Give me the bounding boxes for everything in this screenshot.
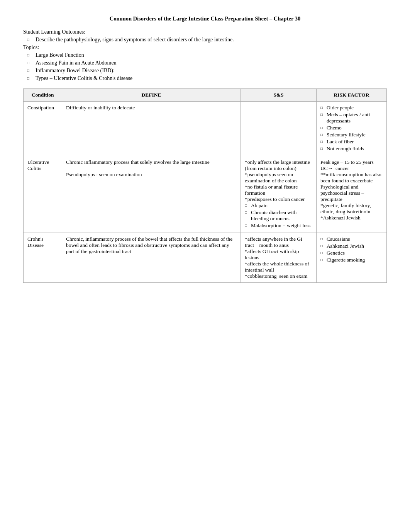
risk-constipation-2: □ Meds – opiates / anti-depressants: [320, 112, 383, 124]
define-crohns: Chronic, inflammatory process of the bow…: [62, 233, 241, 283]
student-outcome-item: □ Describe the pathophysiology, signs an…: [27, 37, 387, 43]
bullet-icon-4: □: [27, 76, 34, 80]
student-outcome-text: Describe the pathophysiology, signs and …: [36, 37, 234, 43]
col-define: DEFINE: [62, 89, 241, 102]
bullet-icon-3: □: [27, 68, 34, 73]
col-sns: S&S: [241, 89, 316, 102]
topic-text-2: Assessing Pain in an Acute Abdomen: [36, 60, 117, 66]
topic-item-1: □ Large Bowel Function: [27, 52, 387, 58]
risk-constipation-6: □ Not enough fluids: [320, 146, 383, 152]
topic-text-3: Inflammatory Bowel Disease (IBD):: [36, 68, 115, 74]
student-outcomes-label: Student Learning Outcomes:: [23, 29, 387, 35]
topic-text-1: Large Bowel Function: [36, 52, 84, 58]
page-title: Common Disorders of the Large Intestine …: [23, 15, 387, 22]
sns-constipation: [241, 102, 316, 156]
col-condition: Condition: [24, 89, 62, 102]
condition-uc: Ulcerative Colitis: [24, 156, 62, 233]
define-constipation: Difficulty or inability to defecate: [62, 102, 241, 156]
risk-constipation-1: □ Older people: [320, 105, 383, 111]
risk-constipation-4: □ Sedentary lifestyle: [320, 132, 383, 138]
table-row-constipation: Constipation Difficulty or inability to …: [24, 102, 387, 156]
define-uc: Chronic inflammatory process that solely…: [62, 156, 241, 233]
table-row-uc: Ulcerative Colitis Chronic inflammatory …: [24, 156, 387, 233]
condition-constipation: Constipation: [24, 102, 62, 156]
bullet-icon-1: □: [27, 53, 34, 57]
risk-constipation-5: □ Lack of fiber: [320, 139, 383, 145]
col-risk: RISK FACTOR: [316, 89, 386, 102]
condition-crohns: Crohn's Disease: [24, 233, 62, 283]
sns-uc: *only affects the large intestine (from …: [241, 156, 316, 233]
topic-text-4: Types – Ulcerative Colitis & Crohn's dis…: [36, 75, 132, 82]
topic-item-4: □ Types – Ulcerative Colitis & Crohn's d…: [27, 75, 387, 82]
bullet-icon: □: [27, 37, 34, 42]
bullet-icon-2: □: [27, 61, 34, 65]
topic-item-2: □ Assessing Pain in an Acute Abdomen: [27, 60, 387, 66]
conditions-table: Condition DEFINE S&S RISK FACTOR Constip…: [23, 88, 387, 283]
sns-crohns: *affects anywhere in the GI tract – mout…: [241, 233, 316, 283]
table-row-crohns: Crohn's Disease Chronic, inflammatory pr…: [24, 233, 387, 283]
risk-uc: Peak age – 15 to 25 years UC→ cancer **m…: [316, 156, 386, 233]
topics-label: Topics:: [23, 44, 387, 51]
risk-constipation: □ Older people □ Meds – opiates / anti-d…: [316, 102, 386, 156]
topic-item-3: □ Inflammatory Bowel Disease (IBD):: [27, 68, 387, 74]
risk-crohns: □ Caucasians □ Ashkenazi Jewish □ Geneti…: [316, 233, 386, 283]
risk-constipation-3: □ Chemo: [320, 125, 383, 131]
